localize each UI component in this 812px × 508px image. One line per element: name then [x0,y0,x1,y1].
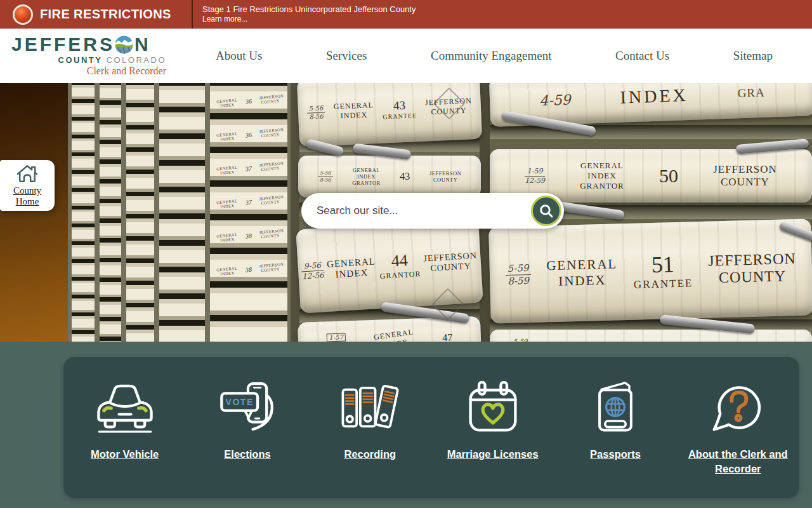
fire-alert-icon [13,4,33,25]
main-nav: About Us Services Community Engagement C… [166,49,812,63]
spine-number: 44GRANTOR [379,250,421,281]
spine-dates: 1-5912-59 [525,167,545,185]
vote-phone-icon: VOTE [214,376,280,439]
small-book-spine: GENERAL INDEX38JEFFERSON COUNTY [212,225,285,246]
spine-number: 51GRANTEE [633,250,693,291]
spine-number: 43GRANTEE [382,98,417,120]
binders-icon [337,376,403,439]
shelf-rail [490,125,812,139]
quicklink-label[interactable]: About the Clerk and Recorder [688,447,788,476]
fire-restrictions-banner[interactable]: FIRE RESTRICTIONS [0,0,192,29]
alert-bar: FIRE RESTRICTIONS Stage 1 Fire Restricti… [0,0,812,29]
spine-county: JEFFERSONCOUNTY [429,170,461,183]
county-seal-icon [115,36,133,54]
alert-message: Stage 1 Fire Restrictions Unincorporated… [202,4,416,15]
alert-learn-more-link[interactable]: Learn more... [202,15,416,24]
quicklink-label[interactable]: Marriage Licenses [447,447,539,462]
spine-dates: 1-574-57 [326,332,346,342]
home-icon [15,164,39,184]
spine-number: 47 [442,332,453,342]
quicklinks-section: Motor Vehicle [0,342,812,508]
alert-title: FIRE RESTRICTIONS [40,7,171,22]
small-book-spine: GENERAL INDEX36JEFFERSON COUNTY [212,124,285,145]
logo-county-state: COUNTY COLORADO [11,55,166,65]
logo-text-end: N [134,35,151,54]
quicklinks-card: Motor Vehicle [63,357,799,498]
quicklink-elections[interactable]: VOTE Elections [186,376,308,498]
logo-county: COUNTY [58,55,103,65]
spine-title: GENERALINDEXGRANTOR [352,167,380,186]
alert-detail: Stage 1 Fire Restrictions Unincorporated… [193,0,416,29]
quicklink-label[interactable]: Recording [344,447,396,462]
nav-community-engagement[interactable]: Community Engagement [431,49,552,63]
record-book-spine: 5-598-59 GENERAL [490,330,812,342]
record-book-spine: 5-598-59 GENERALINDEX 51GRANTEE JEFFERSO… [488,218,812,323]
spine-number: 43 [400,171,410,182]
spine-dates: 9-5612-56 [301,260,324,281]
spine-dates: 5-598-59 [505,262,531,287]
spine-county: JEFFERSONCOUNTY [713,163,777,189]
county-logo[interactable]: JEFFERS N COUNTY COLORADO [11,35,166,77]
county-home-button[interactable]: County Home [0,160,55,211]
quicklink-motor-vehicle[interactable]: Motor Vehicle [63,376,186,498]
quicklink-passports[interactable]: Passports [554,376,676,498]
search-icon [539,203,554,218]
quicklink-label[interactable]: Passports [590,447,641,462]
spine-title: GENERALINDEX [373,328,416,342]
small-book-spine: GENERAL INDEX37JEFFERSON COUNTY [212,191,285,213]
spine-title: GENERALINDEX [334,100,374,121]
county-home-label: County Home [5,185,49,208]
hero-brown-wall [0,83,68,342]
spine-county: JEFFERSONCOUNTY [423,251,478,274]
shelf-column [155,83,209,342]
spine-title: GENERALINDEX [327,256,377,281]
question-bubble-icon [707,376,768,439]
search-input[interactable] [315,204,525,218]
nav-about-us[interactable]: About Us [216,49,262,63]
small-book-spine: GENERAL INDEX37JEFFERSON COUNTY [212,157,285,179]
nav-contact-us[interactable]: Contact Us [615,49,669,63]
passport-icon [585,376,646,439]
quicklink-marriage-licenses[interactable]: Marriage Licenses [431,376,554,498]
spine-dates: 5-568-56 [318,170,333,183]
nav-sitemap[interactable]: Sitemap [733,49,773,63]
vote-text: VOTE [226,397,254,407]
spine-county: GRA [737,86,765,100]
shelf-column [68,83,98,342]
quicklink-recording[interactable]: Recording [309,376,431,498]
site-header: JEFFERS N COUNTY COLORADO [0,29,812,83]
search-button[interactable] [531,196,561,226]
record-book-spine: 5-568-56 GENERALINDEXGRANTOR 43 JEFFERSO… [298,156,481,197]
spine-county: JEFFERSONCOUNTY [708,250,797,287]
hero-photo-records-shelves: GENERAL INDEX36JEFFERSON COUNTY GENERAL … [0,83,812,342]
small-book-spine: GENERAL INDEX38JEFFERSON COUNTY [212,258,285,280]
spine-title: GENERALINDEXGRANTOR [580,161,624,191]
calendar-heart-icon [462,376,523,439]
logo-text-start: JEFFERS [11,35,115,54]
logo-department: Clerk and Recorder [11,65,166,77]
spine-number: 50 [659,165,678,187]
quicklink-about-clerk-recorder[interactable]: About the Clerk and Recorder [677,376,799,498]
quicklink-label[interactable]: Elections [224,447,270,462]
page: FIRE RESTRICTIONS Stage 1 Fire Restricti… [0,0,812,508]
shelf-column: GENERAL INDEX36JEFFERSON COUNTY GENERAL … [206,83,291,342]
shelf-column [96,83,125,342]
spine-dates: 4-59 [539,91,571,109]
quicklink-label[interactable]: Motor Vehicle [91,447,159,462]
shelf-column [122,83,158,342]
small-book-spine: GENERAL INDEX36JEFFERSON COUNTY [212,90,285,112]
car-icon [92,376,158,439]
spine-title: GENERALINDEX [546,256,618,290]
logo-state: COLORADO [107,55,166,65]
site-search [301,193,564,229]
spine-dates: 5-568-56 [306,104,325,120]
nav-services[interactable]: Services [326,49,367,63]
spine-title: INDEX [620,85,688,108]
logo-wordmark: JEFFERS N [11,35,166,54]
